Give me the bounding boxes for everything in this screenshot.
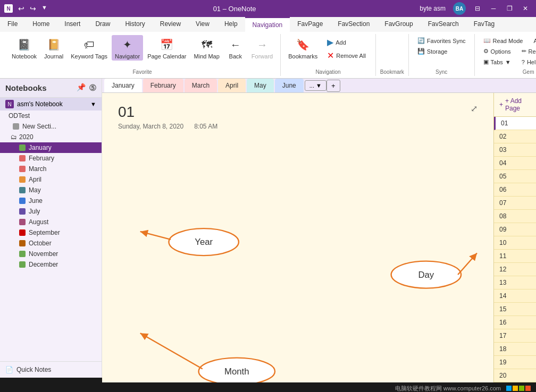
page-item-04[interactable]: 04 bbox=[494, 157, 536, 170]
tab-navigation[interactable]: Navigation bbox=[245, 17, 290, 32]
page-item-15[interactable]: 15 bbox=[494, 303, 536, 316]
read-mode-icon: 📖 bbox=[483, 37, 491, 44]
sidebar-item-new-section[interactable]: New Secti... bbox=[0, 121, 102, 132]
page-item-17[interactable]: 17 bbox=[494, 329, 536, 343]
sidebar-item-october[interactable]: October bbox=[0, 238, 102, 249]
sidebar-item-may[interactable]: May bbox=[0, 185, 102, 195]
page-item-03[interactable]: 03 bbox=[494, 143, 536, 157]
sidebar-item-november[interactable]: November bbox=[0, 249, 102, 259]
annotations-layer: Year Month Day bbox=[102, 93, 493, 382]
page-item-14[interactable]: 14 bbox=[494, 289, 536, 303]
tab-section-june[interactable]: June bbox=[275, 79, 304, 92]
notebook-expand-icon[interactable]: ▼ bbox=[90, 101, 96, 107]
tab-favsection[interactable]: FavSection bbox=[330, 17, 377, 32]
sidebar-item-august[interactable]: August bbox=[0, 217, 102, 227]
sidebar-item-year-2020[interactable]: 🗂 2020 bbox=[0, 132, 102, 142]
layout-btn[interactable]: ⊟ bbox=[471, 2, 484, 15]
btn-navigator[interactable]: ✦ Navigator bbox=[112, 35, 143, 61]
svg-line-2 bbox=[140, 232, 171, 240]
tab-section-march[interactable]: March bbox=[185, 79, 217, 92]
restore-btn[interactable]: ❐ bbox=[503, 2, 516, 15]
tab-section-january[interactable]: January bbox=[104, 79, 142, 92]
close-btn[interactable]: ✕ bbox=[519, 2, 532, 15]
sidebar-item-odtest[interactable]: ODTest bbox=[0, 110, 102, 121]
btn-remove-all-bookmarks[interactable]: ✕ Remove All bbox=[324, 49, 369, 62]
tab-history[interactable]: History bbox=[118, 17, 152, 32]
page-item-20[interactable]: 20 bbox=[494, 369, 536, 382]
ribbon-group-navigation: 🔖 Bookmarks ▶ Add ✕ Remove All Navigatio… bbox=[281, 34, 376, 76]
btn-forward[interactable]: → Forward bbox=[248, 35, 276, 61]
page-item-12[interactable]: 12 bbox=[494, 263, 536, 276]
btn-page-calendar[interactable]: 📅 Page Calendar bbox=[144, 35, 189, 61]
tab-favsearch[interactable]: FavSearch bbox=[421, 17, 466, 32]
btn-options[interactable]: ⚙ Options bbox=[480, 47, 514, 56]
btn-notebook[interactable]: 📓 Notebook bbox=[9, 35, 40, 61]
sidebar-item-july[interactable]: July bbox=[0, 206, 102, 217]
add-page-btn[interactable]: + + Add Page bbox=[494, 93, 536, 117]
tab-insert[interactable]: Insert bbox=[57, 17, 88, 32]
btn-storage[interactable]: 💾 Storage bbox=[414, 47, 469, 56]
page-item-11[interactable]: 11 bbox=[494, 250, 536, 263]
storage-icon: 💾 bbox=[417, 48, 425, 55]
tab-file[interactable]: File bbox=[0, 17, 25, 32]
sidebar-item-june[interactable]: June bbox=[0, 195, 102, 206]
page-item-13[interactable]: 13 bbox=[494, 276, 536, 289]
tab-favgroup[interactable]: FavGroup bbox=[377, 17, 420, 32]
tab-section-may[interactable]: May bbox=[247, 79, 274, 92]
notebook-item-asm[interactable]: N asm's Notebook ▼ bbox=[0, 98, 102, 110]
page-item-07[interactable]: 07 bbox=[494, 197, 536, 210]
page-item-05[interactable]: 05 bbox=[494, 170, 536, 183]
btn-bookmarks[interactable]: 🔖 Bookmarks bbox=[285, 35, 321, 61]
tab-home[interactable]: Home bbox=[25, 17, 57, 32]
tab-review[interactable]: Review bbox=[153, 17, 188, 32]
tab-add[interactable]: + bbox=[326, 80, 340, 92]
tab-favpage[interactable]: FavPage bbox=[290, 17, 330, 32]
btn-back[interactable]: ← Back bbox=[224, 35, 247, 61]
page-subtitle: Sunday, March 8, 2020 8:05 AM bbox=[118, 123, 217, 130]
tab-view[interactable]: View bbox=[188, 17, 217, 32]
btn-read-mode[interactable]: 📖 Read Mode bbox=[480, 36, 526, 45]
page-item-06[interactable]: 06 bbox=[494, 183, 536, 197]
btn-add-bookmark[interactable]: ▶ Add bbox=[324, 36, 369, 48]
svg-line-5 bbox=[140, 333, 203, 369]
sidebar-item-december[interactable]: December bbox=[0, 259, 102, 270]
sidebar-item-january[interactable]: January bbox=[0, 142, 102, 153]
sidebar-item-april[interactable]: April bbox=[0, 174, 102, 185]
sidebar-item-september[interactable]: September bbox=[0, 227, 102, 238]
quick-notes[interactable]: 📄 Quick Notes bbox=[0, 361, 102, 378]
page-item-19[interactable]: 19 bbox=[494, 356, 536, 369]
user-avatar[interactable]: BA bbox=[453, 2, 466, 15]
btn-mind-map[interactable]: 🗺 Mind Map bbox=[191, 35, 223, 61]
tab-help[interactable]: Help bbox=[217, 17, 245, 32]
page-item-08[interactable]: 08 bbox=[494, 210, 536, 223]
redo-btn[interactable]: ↪ bbox=[28, 3, 38, 14]
btn-favorites-sync[interactable]: 🔄 Favorites Sync bbox=[414, 36, 469, 45]
page-item-10[interactable]: 10 bbox=[494, 236, 536, 250]
sidebar-item-march[interactable]: March bbox=[0, 164, 102, 174]
page-item-16[interactable]: 16 bbox=[494, 316, 536, 329]
customize-btn[interactable]: ▼ bbox=[39, 3, 49, 14]
tab-more[interactable]: ... ▼ bbox=[305, 80, 326, 91]
tab-section-april[interactable]: April bbox=[218, 79, 246, 92]
tab-section-february[interactable]: February bbox=[143, 79, 183, 92]
tab-favtag[interactable]: FavTag bbox=[466, 17, 502, 32]
page-item-01[interactable]: 01 bbox=[494, 117, 536, 130]
expand-btn[interactable]: ⤢ bbox=[471, 104, 478, 114]
btn-help[interactable]: ? Help ▼ bbox=[518, 57, 536, 66]
btn-journal[interactable]: 📔 Journal bbox=[41, 35, 66, 61]
btn-tabs[interactable]: ▣ Tabs ▼ bbox=[480, 57, 514, 66]
page-item-02[interactable]: 02 bbox=[494, 130, 536, 143]
btn-keyword-tags[interactable]: 🏷 Keyword Tags bbox=[68, 35, 111, 61]
remove-all-icon: ✕ bbox=[327, 50, 334, 61]
page-item-09[interactable]: 09 bbox=[494, 223, 536, 236]
nav-back-icon[interactable]: ⑤ bbox=[89, 83, 96, 93]
page-info: 01 Sunday, March 8, 2020 8:05 AM bbox=[118, 104, 217, 130]
tab-draw[interactable]: Draw bbox=[88, 17, 118, 32]
sidebar-item-february[interactable]: February bbox=[0, 153, 102, 164]
btn-language[interactable]: A Language ▼ bbox=[530, 36, 536, 45]
btn-register[interactable]: ✏ Register bbox=[518, 47, 536, 56]
pin-icon[interactable]: 📌 bbox=[77, 83, 86, 93]
undo-btn[interactable]: ↩ bbox=[16, 3, 27, 14]
page-item-18[interactable]: 18 bbox=[494, 343, 536, 356]
minimize-btn[interactable]: ─ bbox=[487, 2, 500, 15]
